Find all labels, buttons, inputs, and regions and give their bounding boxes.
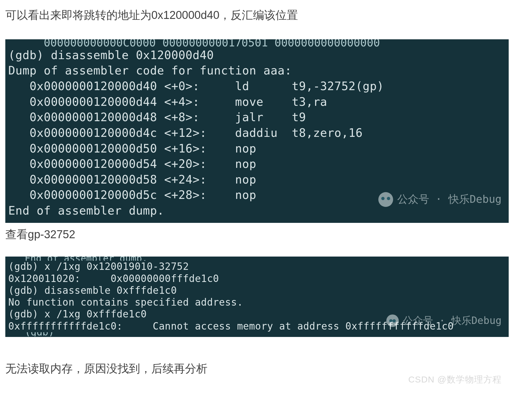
csdn-watermark: CSDN @数学物理方程: [408, 374, 502, 386]
terminal-disassemble: 000000000000C0000 0000000000170501 00000…: [5, 39, 509, 223]
spacer: [5, 349, 509, 359]
watermark-text: 公众号 · 快乐Debug: [403, 314, 502, 327]
spacer: [5, 339, 509, 349]
intro-text: 可以看出来即将跳转的地址为0x120000d40，反汇编该位置: [5, 6, 509, 25]
watermark-text: 公众号 · 快乐Debug: [397, 192, 502, 207]
mid-text: 查看gp-32752: [5, 225, 509, 244]
spacer: [5, 29, 509, 39]
wechat-watermark: 公众号 · 快乐Debug: [386, 314, 502, 327]
terminal-cutoff-top: 000000000000C0000 0000000000170501 00000…: [44, 39, 506, 48]
terminal-memory: End of assembler dump. (gdb) x /1xg 0x12…: [5, 257, 509, 337]
terminal-cutoff-top: End of assembler dump.: [25, 257, 506, 261]
wechat-watermark: 公众号 · 快乐Debug: [378, 192, 502, 207]
spacer: [5, 247, 509, 257]
wechat-icon: [378, 192, 393, 207]
wechat-icon: [386, 314, 399, 327]
terminal-cutoff-bottom: (gdb): [25, 332, 506, 336]
